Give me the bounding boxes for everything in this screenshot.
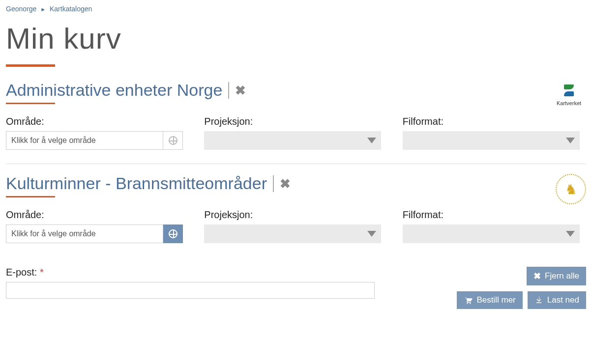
area-label: Område:: [6, 209, 189, 221]
breadcrumb-current-link[interactable]: Kartkatalogen: [50, 5, 92, 13]
title-separator: [273, 175, 274, 192]
dataset-block: Kulturminner - Brannsmitteområder ✖ ♞ Om…: [6, 174, 586, 257]
breadcrumb: Geonorge ► Kartkatalogen: [6, 4, 586, 18]
chevron-down-icon: [566, 138, 575, 143]
remove-dataset-button[interactable]: ✖: [280, 177, 291, 190]
organization-logo: Kartverket: [552, 81, 586, 110]
projection-field: Projeksjon:: [204, 209, 387, 243]
dataset-underline: [6, 103, 55, 104]
format-field: Filformat:: [403, 116, 586, 150]
projection-field: Projeksjon:: [204, 116, 387, 150]
dataset-fields-row: Område: Projeksjon: Filformat:: [6, 116, 586, 150]
format-field: Filformat:: [403, 209, 586, 243]
kartverket-logo-icon: [563, 84, 575, 96]
projection-label: Projeksjon:: [204, 209, 387, 221]
projection-select[interactable]: [204, 131, 381, 150]
required-mark: *: [40, 267, 44, 278]
bottom-row: E-post: * ✖ Fjern alle Bestill mer Last …: [6, 267, 586, 309]
order-more-button[interactable]: Bestill mer: [457, 291, 522, 309]
chevron-down-icon: [566, 231, 575, 237]
page-title: Min kurv: [6, 22, 586, 56]
map-select-button[interactable]: [163, 224, 183, 243]
email-block: E-post: *: [6, 267, 375, 299]
riksantikvaren-logo-icon: ♞: [556, 174, 586, 204]
title-separator: [228, 82, 229, 99]
cart-icon: [464, 296, 473, 305]
clear-all-label: Fjern alle: [545, 271, 579, 281]
globe-icon: [169, 136, 178, 145]
title-underline: [6, 64, 55, 67]
download-label: Last ned: [547, 295, 579, 305]
svg-point-0: [467, 303, 468, 304]
download-icon: [534, 296, 543, 305]
format-select[interactable]: [403, 131, 580, 150]
format-select[interactable]: [403, 224, 580, 243]
breadcrumb-separator-icon: ►: [40, 6, 46, 12]
dataset-header: Kulturminner - Brannsmitteområder ✖ ♞: [6, 174, 586, 206]
dataset-title-link[interactable]: Administrative enheter Norge: [6, 81, 222, 100]
email-label: E-post: *: [6, 267, 375, 278]
area-field: Område:: [6, 116, 189, 150]
dataset-fields-row: Område: Projeksjon: Filformat:: [6, 209, 586, 243]
globe-icon: [169, 229, 178, 238]
svg-point-1: [470, 303, 471, 304]
area-label: Område:: [6, 116, 189, 127]
close-icon: ✖: [533, 271, 541, 281]
format-label: Filformat:: [403, 116, 586, 127]
area-input[interactable]: [6, 224, 163, 243]
action-buttons: ✖ Fjern alle Bestill mer Last ned: [457, 267, 586, 309]
dataset-underline: [6, 196, 55, 197]
map-select-button[interactable]: [163, 131, 183, 150]
dataset-header: Administrative enheter Norge ✖ Kartverke…: [6, 81, 586, 113]
format-label: Filformat:: [403, 209, 586, 221]
area-field: Område:: [6, 209, 189, 243]
chevron-down-icon: [367, 138, 376, 143]
dataset-block: Administrative enheter Norge ✖ Kartverke…: [6, 81, 586, 164]
download-button[interactable]: Last ned: [528, 291, 586, 309]
organization-label: Kartverket: [557, 100, 581, 106]
chevron-down-icon: [367, 231, 376, 237]
clear-all-button[interactable]: ✖ Fjern alle: [527, 267, 586, 285]
remove-dataset-button[interactable]: ✖: [235, 84, 246, 97]
breadcrumb-home-link[interactable]: Geonorge: [6, 5, 36, 13]
projection-label: Projeksjon:: [204, 116, 387, 127]
dataset-title-link[interactable]: Kulturminner - Brannsmitteområder: [6, 174, 267, 193]
projection-select[interactable]: [204, 224, 381, 243]
area-input[interactable]: [6, 131, 163, 150]
email-input[interactable]: [6, 282, 375, 299]
order-more-label: Bestill mer: [476, 295, 515, 305]
